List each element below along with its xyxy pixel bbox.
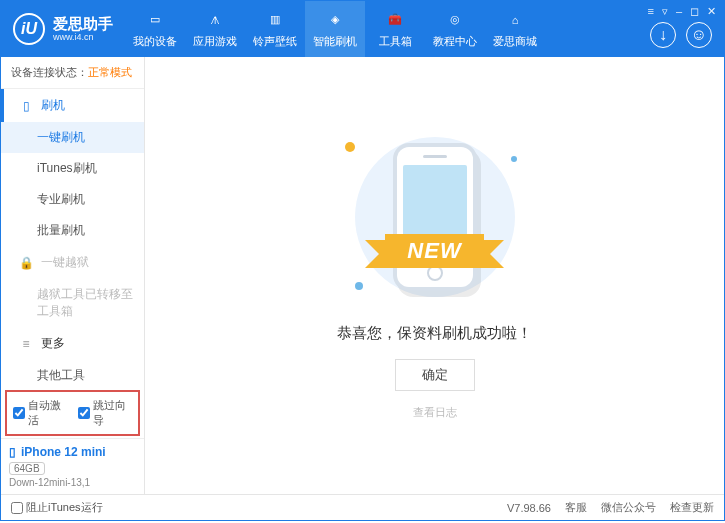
device-name: iPhone 12 mini <box>21 445 106 459</box>
nav-label: 教程中心 <box>433 34 477 49</box>
device-firmware: Down-12mini-13,1 <box>9 477 136 488</box>
new-ribbon: NEW <box>385 234 483 268</box>
ok-button[interactable]: 确定 <box>395 359 475 391</box>
nav-tutorials[interactable]: ◎教程中心 <box>425 1 485 57</box>
checkbox-label: 跳过向导 <box>93 398 133 428</box>
tutorial-icon: ◎ <box>445 10 465 30</box>
checkbox-auto-activate[interactable]: 自动激活 <box>13 398 68 428</box>
nav-label: 铃声壁纸 <box>253 34 297 49</box>
sidebar: 设备连接状态：正常模式 ▯刷机 一键刷机 iTunes刷机 专业刷机 批量刷机 … <box>1 57 145 494</box>
flash-icon: ◈ <box>325 10 345 30</box>
app-site: www.i4.cn <box>53 32 113 42</box>
nav-toolbox[interactable]: 🧰工具箱 <box>365 1 425 57</box>
device-block[interactable]: ▯iPhone 12 mini 64GB Down-12mini-13,1 <box>1 438 144 494</box>
checkbox-input[interactable] <box>78 407 90 419</box>
lock-icon: 🔒 <box>19 256 33 270</box>
checkbox-label: 阻止iTunes运行 <box>26 500 103 515</box>
close-icon[interactable]: ✕ <box>707 5 716 18</box>
nav-ringtones[interactable]: ▥铃声壁纸 <box>245 1 305 57</box>
wechat-link[interactable]: 微信公众号 <box>601 500 656 515</box>
nav-flash[interactable]: ◈智能刷机 <box>305 1 365 57</box>
checkbox-skip-guide[interactable]: 跳过向导 <box>78 398 133 428</box>
nav-label: 工具箱 <box>379 34 412 49</box>
wallpaper-icon: ▥ <box>265 10 285 30</box>
device-phone-icon: ▯ <box>9 445 16 459</box>
toolbox-icon: 🧰 <box>385 10 405 30</box>
sidebar-item-batch[interactable]: 批量刷机 <box>1 215 144 246</box>
success-message: 恭喜您，保资料刷机成功啦！ <box>337 324 532 343</box>
checkbox-input[interactable] <box>13 407 25 419</box>
sidebar-group-jailbreak: 🔒一键越狱 <box>1 246 144 279</box>
sidebar-item-other-tools[interactable]: 其他工具 <box>1 360 144 388</box>
checkbox-input[interactable] <box>11 502 23 514</box>
account-button[interactable]: ☺ <box>686 22 712 48</box>
connection-status: 设备连接状态：正常模式 <box>1 57 144 89</box>
nav-label: 应用游戏 <box>193 34 237 49</box>
main-nav: ▭我的设备 ⩚应用游戏 ▥铃声壁纸 ◈智能刷机 🧰工具箱 ◎教程中心 ⌂爱思商城 <box>125 1 647 57</box>
download-button[interactable]: ↓ <box>650 22 676 48</box>
update-link[interactable]: 检查更新 <box>670 500 714 515</box>
sidebar-item-oneclick[interactable]: 一键刷机 <box>1 122 144 153</box>
group-label: 更多 <box>41 335 65 352</box>
main-content: NEW 恭喜您，保资料刷机成功啦！ 确定 查看日志 <box>145 57 724 494</box>
footer: 阻止iTunes运行 V7.98.66 客服 微信公众号 检查更新 <box>1 494 724 520</box>
status-value: 正常模式 <box>88 66 132 78</box>
window-controls: ≡ ▿ – ◻ ✕ <box>647 1 724 18</box>
group-label: 刷机 <box>41 97 65 114</box>
checkbox-label: 自动激活 <box>28 398 68 428</box>
sidebar-group-more[interactable]: ≡更多 <box>1 327 144 360</box>
more-icon: ≡ <box>19 337 33 351</box>
nav-label: 我的设备 <box>133 34 177 49</box>
sidebar-item-pro[interactable]: 专业刷机 <box>1 184 144 215</box>
menu-icon[interactable]: ≡ <box>647 5 653 18</box>
app-window: iU 爱思助手 www.i4.cn ▭我的设备 ⩚应用游戏 ▥铃声壁纸 ◈智能刷… <box>0 0 725 521</box>
pin-icon[interactable]: ▿ <box>662 5 668 18</box>
sidebar-group-flash[interactable]: ▯刷机 <box>1 89 144 122</box>
app-title: 爱思助手 <box>53 16 113 33</box>
nav-label: 智能刷机 <box>313 34 357 49</box>
sidebar-item-itunes[interactable]: iTunes刷机 <box>1 153 144 184</box>
group-label: 一键越狱 <box>41 254 89 271</box>
checkbox-block-itunes[interactable]: 阻止iTunes运行 <box>11 500 103 515</box>
minimize-icon[interactable]: – <box>676 5 682 18</box>
service-link[interactable]: 客服 <box>565 500 587 515</box>
nav-my-device[interactable]: ▭我的设备 <box>125 1 185 57</box>
version-label: V7.98.66 <box>507 502 551 514</box>
titlebar: iU 爱思助手 www.i4.cn ▭我的设备 ⩚应用游戏 ▥铃声壁纸 ◈智能刷… <box>1 1 724 57</box>
logo-section: iU 爱思助手 www.i4.cn <box>1 13 125 45</box>
phone-icon: ▯ <box>19 99 33 113</box>
view-log-link[interactable]: 查看日志 <box>413 405 457 420</box>
success-illustration: NEW <box>325 132 545 302</box>
apps-icon: ⩚ <box>205 10 225 30</box>
maximize-icon[interactable]: ◻ <box>690 5 699 18</box>
status-label: 设备连接状态： <box>11 66 88 78</box>
store-icon: ⌂ <box>505 10 525 30</box>
nav-store[interactable]: ⌂爱思商城 <box>485 1 545 57</box>
nav-apps[interactable]: ⩚应用游戏 <box>185 1 245 57</box>
device-icon: ▭ <box>145 10 165 30</box>
user-icon: ☺ <box>691 26 707 44</box>
download-icon: ↓ <box>659 26 667 44</box>
storage-badge: 64GB <box>9 462 45 475</box>
logo-icon: iU <box>13 13 45 45</box>
sidebar-item-jailbreak-note: 越狱工具已转移至工具箱 <box>1 279 144 327</box>
sidebar-options-highlight: 自动激活 跳过向导 <box>5 390 140 436</box>
nav-label: 爱思商城 <box>493 34 537 49</box>
